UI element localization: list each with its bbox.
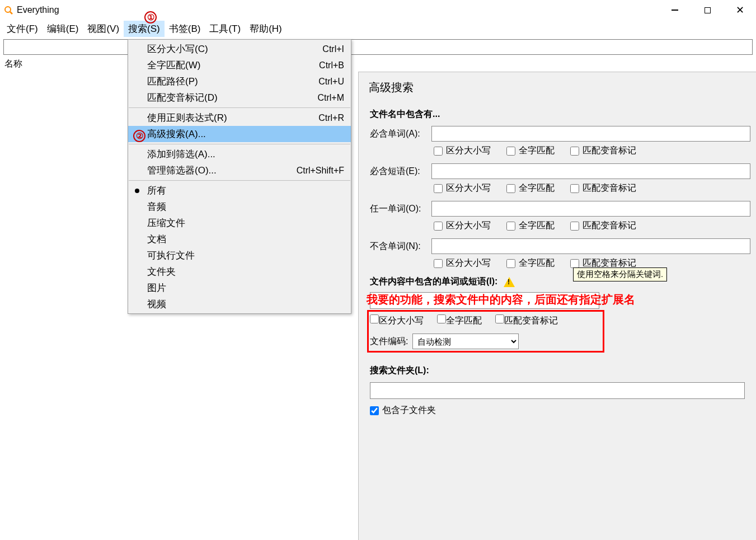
check-case-2[interactable]: 区分大小写 xyxy=(434,182,491,194)
filter-executable[interactable]: 可执行文件 xyxy=(128,247,351,264)
menu-add-filter[interactable]: 添加到筛选(A)... xyxy=(128,146,351,162)
menu-view[interactable]: 视图(V) xyxy=(83,21,124,37)
filter-audio[interactable]: 音频 xyxy=(128,199,351,215)
menu-advanced-search[interactable]: 高级搜索(A)... xyxy=(128,126,351,142)
titlebar: Everything xyxy=(0,0,756,20)
check-case-1[interactable]: 区分大小写 xyxy=(434,145,491,157)
filter-compressed[interactable]: 压缩文件 xyxy=(128,215,351,231)
any-words-label: 任一单词(O): xyxy=(370,203,431,215)
menu-tools[interactable]: 工具(T) xyxy=(205,21,245,37)
all-words-label: 必含单词(A): xyxy=(370,128,431,140)
menu-match-diacritics[interactable]: 匹配变音标记(D)Ctrl+M xyxy=(128,90,351,106)
search-dropdown: 区分大小写(C)Ctrl+I 全字匹配(W)Ctrl+B 匹配路径(P)Ctrl… xyxy=(128,39,351,314)
filter-video[interactable]: 视频 xyxy=(128,296,351,312)
check-diac-1[interactable]: 匹配变音标记 xyxy=(570,145,636,157)
menu-separator xyxy=(129,107,350,108)
menu-help[interactable]: 帮助(H) xyxy=(245,21,287,37)
menu-search[interactable]: 搜索(S) xyxy=(124,21,165,37)
all-words-input[interactable] xyxy=(431,126,750,142)
check-case-3[interactable]: 区分大小写 xyxy=(434,220,491,232)
svg-point-0 xyxy=(5,7,11,12)
close-icon: ✕ xyxy=(736,4,744,16)
annotation-badge-1: ① xyxy=(144,11,157,24)
menu-regex[interactable]: 使用正则表达式(R)Ctrl+R xyxy=(128,110,351,126)
folder-input[interactable] xyxy=(370,382,745,399)
window-controls: ✕ xyxy=(659,0,756,20)
maximize-button[interactable] xyxy=(691,0,724,20)
folder-head: 搜索文件夹(L): xyxy=(370,365,745,377)
menu-file[interactable]: 文件(F) xyxy=(2,21,43,37)
annotation-redbox xyxy=(367,310,604,353)
menu-manage-filters[interactable]: 管理筛选器(O)...Ctrl+Shift+F xyxy=(128,162,351,179)
close-button[interactable]: ✕ xyxy=(724,0,756,20)
check-whole-3[interactable]: 全字匹配 xyxy=(506,220,555,232)
app-icon xyxy=(3,5,13,15)
include-subfolders[interactable]: 包含子文件夹 xyxy=(370,405,745,416)
annotation-badge-2: ② xyxy=(133,130,145,142)
check-diac-3[interactable]: 匹配变音标记 xyxy=(570,220,636,232)
exact-phrase-input[interactable] xyxy=(431,163,750,179)
menubar: 文件(F) 编辑(E) 视图(V) 搜索(S) 书签(B) 工具(T) 帮助(H… xyxy=(0,20,756,37)
check-case-4[interactable]: 区分大小写 xyxy=(434,257,491,269)
folder-section: 搜索文件夹(L): 包含子文件夹 xyxy=(370,365,745,416)
filter-all[interactable]: 所有 xyxy=(128,182,351,199)
tooltip: 使用空格来分隔关键词. xyxy=(573,267,667,281)
svg-line-1 xyxy=(10,12,12,14)
minimize-button[interactable] xyxy=(659,0,691,20)
check-whole-1[interactable]: 全字匹配 xyxy=(506,145,555,157)
filter-folder[interactable]: 文件夹 xyxy=(128,264,351,280)
filter-picture[interactable]: 图片 xyxy=(128,280,351,296)
menu-match-case[interactable]: 区分大小写(C)Ctrl+I xyxy=(128,41,351,57)
maximize-icon xyxy=(705,7,711,13)
menu-separator xyxy=(129,180,350,181)
exact-phrase-label: 必含短语(E): xyxy=(370,166,431,177)
none-words-label: 不含单词(N): xyxy=(370,241,431,252)
menu-match-path[interactable]: 匹配路径(P)Ctrl+U xyxy=(128,73,351,90)
bullet-icon xyxy=(135,189,139,193)
filter-document[interactable]: 文档 xyxy=(128,231,351,247)
minimize-icon xyxy=(672,10,678,11)
check-whole-2[interactable]: 全字匹配 xyxy=(506,182,555,194)
filename-section: 文件名中包含有... 必含单词(A): 区分大小写 全字匹配 匹配变音标记 必含… xyxy=(370,109,750,269)
warning-icon xyxy=(504,277,515,287)
check-whole-4[interactable]: 全字匹配 xyxy=(506,257,555,269)
search-bar-container xyxy=(3,39,753,55)
annotation-redtext: 我要的功能，搜索文件中的内容，后面还有指定扩展名 xyxy=(367,292,635,307)
filename-section-head: 文件名中包含有... xyxy=(370,109,750,120)
any-words-input[interactable] xyxy=(431,201,750,217)
menu-whole-word[interactable]: 全字匹配(W)Ctrl+B xyxy=(128,57,351,73)
content-label: 文件内容中包含的单词或短语(I): xyxy=(370,276,497,286)
column-header-name[interactable]: 名称 xyxy=(4,58,756,70)
check-diac-2[interactable]: 匹配变音标记 xyxy=(570,182,636,194)
dialog-title: 高级搜索 xyxy=(369,80,756,95)
menu-edit[interactable]: 编辑(E) xyxy=(43,21,83,37)
search-input[interactable] xyxy=(3,39,753,55)
menu-bookmark[interactable]: 书签(B) xyxy=(165,21,205,37)
menu-separator xyxy=(129,144,350,144)
app-title: Everything xyxy=(17,5,59,15)
none-words-input[interactable] xyxy=(431,238,750,254)
